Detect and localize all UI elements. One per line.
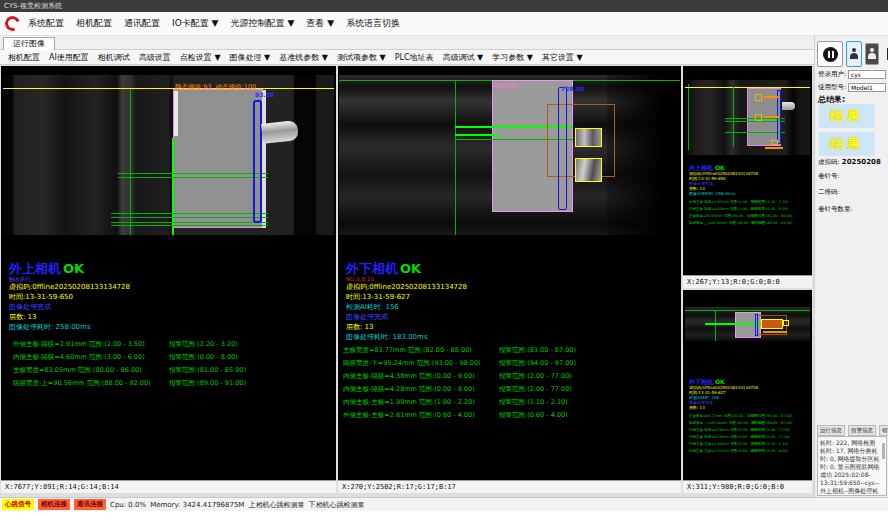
- measurement-alarm-range: 报警范围:(2.00 - 77.00): [751, 427, 790, 434]
- tool-item[interactable]: PLC地址表: [395, 52, 434, 63]
- measurement-alarm-range: 报警范围:(0.60 - 4.00): [499, 409, 568, 422]
- mini-measurement-list-upper: 外侧主极-隔膜=2.91mm 范围:(2.00 - 3.50)报警范围:(2.2…: [689, 199, 792, 227]
- measurement-alarm-range: 报警范围:(2.00 - 77.00): [499, 383, 572, 396]
- tool-item[interactable]: 高级调试 ▼: [443, 52, 484, 63]
- login-user-button[interactable]: [846, 41, 862, 67]
- measure-line-3a: [111, 222, 268, 223]
- measurement-row: 内侧主极-主极=1.90mm 范围:(1.00 - 2.20)报警范围:(1.1…: [689, 441, 792, 448]
- measure-line-1b: [118, 177, 268, 178]
- tool-item[interactable]: 高级设置: [139, 52, 171, 63]
- info-tab[interactable]: 错误信息: [879, 425, 888, 436]
- measurement-value: 外侧主极-隔膜=2.91mm 范围:(2.00 - 3.50): [13, 338, 169, 351]
- tool-item[interactable]: 其它设置 ▼: [542, 52, 583, 63]
- sheet-right-bright-edge: [262, 90, 266, 228]
- measurement-alarm-range: 报警范围:(94.00 - 97.00): [499, 357, 576, 370]
- log-box[interactable]: 耗时: 222, 网络检测耗时: 17, 网络分类耗时: 0, 网络提取分区耗时…: [817, 436, 887, 496]
- measurement-alarm-range: 报警范围:(1.10 - 2.10): [499, 396, 568, 409]
- thumbnail-panel-lower: 外下相机OK 虚拟码:0ffline20250208133134728 时间:1…: [683, 290, 812, 493]
- thumbnail-image-upper[interactable]: [685, 80, 810, 155]
- measurement-value: 主极宽度=83.05mm 范围:(80.00 - 86.00): [13, 364, 169, 377]
- menu-item[interactable]: 系统配置: [28, 17, 64, 30]
- measurement-list-lower: 主极宽度=83.77mm 范围:(82.00 - 88.00)报警范围:(83.…: [343, 344, 576, 422]
- result-title: 外下相机OK: [346, 262, 467, 276]
- log-text: 耗时: 222, 网络检测耗时: 17, 网络分类耗时: 0, 网络提取分区耗时…: [820, 439, 880, 496]
- result-process-time: 图像处理耗时: 258.00ms: [9, 322, 130, 332]
- tool-item[interactable]: 点检设置 ▼: [180, 52, 221, 63]
- measurement-row: 隔膜宽度-下=95.24mm 范围:(93.00 - 98.00)报警范围:(9…: [343, 357, 576, 370]
- result-time: 时间:13-31-59-650: [9, 292, 130, 302]
- tool-item[interactable]: 图像处理 ▼: [230, 52, 271, 63]
- measurement-row: 外侧主极-隔膜=2.91mm 范围:(2.00 - 3.50)报警范围:(2.2…: [13, 338, 246, 351]
- app-window: CYS-视觉检测系统 系统配置相机配置通讯配置IO卡配置 ▼光源控制配置 ▼查看…: [0, 0, 888, 522]
- menu-item[interactable]: 相机配置: [76, 17, 112, 30]
- mini-measure-bright: [705, 323, 761, 325]
- qrcode-label: 二维码:: [818, 188, 840, 197]
- mini-process-time: 图像处理耗时: 258.00ms: [689, 191, 792, 196]
- thumbnail-image-lower[interactable]: [685, 307, 810, 341]
- upper-camera-heartbeat: 上相机心跳检测量: [248, 500, 304, 510]
- mini-flag-box-1: [755, 94, 762, 101]
- operator-button[interactable]: [865, 43, 879, 65]
- tool-item[interactable]: 基准线参数 ▼: [279, 52, 328, 63]
- thumbnail-result-lower: 外下相机OK 虚拟码:0ffline20250208133134728 时间:1…: [689, 378, 792, 455]
- mini-result-status: OK: [715, 378, 725, 385]
- measurement-value: 外侧主极-主极=2.61mm 范围:(0.60 - 4.00): [343, 409, 499, 422]
- measurement-value: 内侧主极-主极=1.90mm 范围:(1.00 - 2.20): [343, 396, 499, 409]
- measurement-row: 隔膜宽度-上=90.56mm 范围:(88.00 - 92.00)报警范围:(8…: [689, 220, 792, 227]
- info-tab[interactable]: 报警信息: [848, 425, 876, 436]
- tab-run-image[interactable]: 运行图像: [3, 37, 55, 50]
- camera-name: 外上相机: [9, 261, 61, 276]
- mini-tab-highlight: [761, 319, 783, 329]
- info-tab[interactable]: 运行信息: [817, 425, 845, 436]
- virtual-code-value: 20250208: [842, 158, 881, 166]
- titlebar[interactable]: CYS-视觉检测系统: [0, 0, 888, 12]
- memory-usage: Memory: 3424.41796875M: [150, 501, 244, 509]
- camera-connection-badge: 相机连接: [38, 499, 70, 510]
- toolbar: 相机配置AI使用配置相机调试高级设置点检设置 ▼图像处理 ▼基准线参数 ▼测试项…: [0, 50, 888, 65]
- measurement-row: 外侧主极-主极=2.61mm 范围:(0.60 - 4.00)报警范围:(0.6…: [689, 448, 792, 455]
- pixel-status-bar-upper: X:7677;Y:891;R:14;G:14;B:14: [1, 480, 336, 493]
- mini-measurement-list-lower: 主极宽度=83.77mm 范围:(82.00 - 88.00)报警范围:(83.…: [689, 413, 792, 455]
- measurement-list-upper: 外侧主极-隔膜=2.91mm 范围:(2.00 - 3.50)报警范围:(2.2…: [13, 338, 246, 390]
- measurement-row: 内侧主极-隔膜=4.28mm 范围:(0.00 - 9.00)报警范围:(2.0…: [343, 383, 576, 396]
- model-input[interactable]: [848, 83, 886, 92]
- mini-flag-box-3: [771, 140, 778, 145]
- menu-item[interactable]: 系统语言切换: [346, 17, 400, 30]
- app-logo-icon: [3, 14, 23, 34]
- camera-image-lower[interactable]: AI检测框 728.80: [339, 75, 680, 235]
- mini-layers: 层数: 13: [689, 405, 792, 410]
- measurement-row: 内侧主极-隔膜=4.60mm 范围:(3.00 - 6.00)报警范围:(0.0…: [13, 351, 246, 364]
- tool-item[interactable]: 相机配置: [8, 52, 40, 63]
- ai-box-label: AI检测框: [494, 82, 518, 91]
- result-process-done: 图像处理完成: [9, 302, 130, 312]
- tab-detect-box-1: [575, 128, 602, 147]
- tool-item[interactable]: 相机调试: [98, 52, 130, 63]
- menu-item[interactable]: 光源控制配置 ▼: [231, 17, 295, 30]
- status-bar: 心跳信号 相机连接 通讯连接 Cpu: 0.0% Memory: 3424.41…: [0, 497, 888, 511]
- result-process-done: 图像处理完成: [346, 312, 467, 322]
- tool-item[interactable]: 测试项参数 ▼: [337, 52, 386, 63]
- edge-line-green: [172, 138, 174, 235]
- measurement-value: 主极宽度=83.77mm 范围:(82.00 - 88.00): [343, 344, 499, 357]
- pause-button[interactable]: [817, 41, 843, 67]
- log-scrollbar[interactable]: [882, 443, 885, 459]
- measurement-row: 主极宽度=83.77mm 范围:(82.00 - 88.00)报警范围:(83.…: [689, 413, 792, 420]
- measurement-row: 内侧主极-隔膜=4.38mm 范围:(0.00 - 9.00)报警范围:(2.0…: [343, 370, 576, 383]
- tool-item[interactable]: AI使用配置: [49, 52, 89, 63]
- login-user-input[interactable]: [848, 70, 886, 79]
- measurement-row: 内侧主极-隔膜=4.28mm 范围:(0.00 - 9.00)报警范围:(2.0…: [689, 434, 792, 441]
- measurement-alarm-range: 报警范围:(0.00 - 8.00): [751, 206, 788, 213]
- exit-button[interactable]: [882, 43, 888, 65]
- menu-item[interactable]: 查看 ▼: [306, 17, 334, 30]
- virtual-code-row: 虚拟码: 20250208: [818, 158, 881, 167]
- person-dark-icon: [867, 48, 877, 60]
- camera-image-upper[interactable]: 93.88 静态阈值:93, 动态阈值:100: [3, 75, 334, 235]
- pixel-status-bar-thumb-upper: X:267;Y:13;R:0;G:0;B:0: [683, 275, 812, 288]
- tool-item[interactable]: 学习参数 ▼: [492, 52, 533, 63]
- measurement-row: 内侧主极-隔膜=4.60mm 范围:(3.00 - 6.00)报警范围:(0.0…: [689, 206, 792, 213]
- menu-item[interactable]: 通讯配置: [124, 17, 160, 30]
- measurement-value: 内侧主极-隔膜=4.28mm 范围:(0.00 - 9.00): [343, 383, 499, 396]
- measurement-alarm-range: 报警范围:(89.00 - 91.00): [751, 220, 792, 227]
- measurement-alarm-range: 报警范围:(0.60 - 4.00): [751, 448, 788, 455]
- menu-item[interactable]: IO卡配置 ▼: [172, 17, 219, 30]
